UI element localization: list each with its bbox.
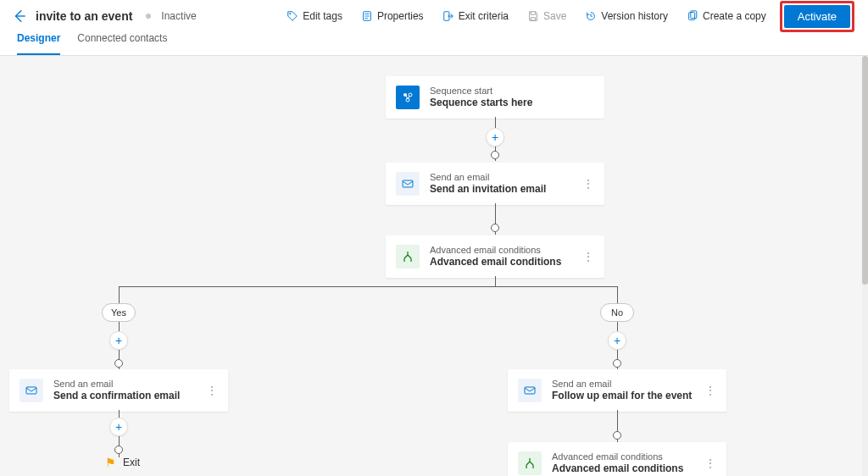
version-history-label: Version history xyxy=(601,10,668,22)
condition-icon xyxy=(518,451,542,475)
designer-canvas[interactable]: Sequence start Sequence starts here + Se… xyxy=(0,56,862,476)
exit-criteria-icon xyxy=(442,10,454,22)
node-send-confirmation[interactable]: Send an email Send a confirmation email … xyxy=(9,369,228,412)
node-more-button[interactable]: ⋮ xyxy=(582,177,594,191)
tag-icon xyxy=(287,10,298,22)
create-copy-button[interactable]: Create a copy xyxy=(682,7,771,25)
sequence-start-icon xyxy=(396,86,420,109)
node-sequence-start[interactable]: Sequence start Sequence starts here xyxy=(386,76,604,119)
activate-button[interactable]: Activate xyxy=(784,5,850,28)
node-emailyes-label: Send an email xyxy=(53,378,196,390)
tabs-bar: Designer Connected contacts xyxy=(0,32,868,56)
scrollbar-thumb[interactable] xyxy=(862,56,868,285)
tab-connected-contacts[interactable]: Connected contacts xyxy=(77,32,167,55)
exit-label: Exit xyxy=(123,457,140,468)
add-step-button[interactable]: + xyxy=(109,331,128,350)
email-icon xyxy=(19,379,43,402)
svg-rect-11 xyxy=(403,180,413,187)
connector-ring xyxy=(491,151,499,159)
node-emailno-title: Follow up email for the event xyxy=(552,390,694,403)
node-emailyes-title: Send a confirmation email xyxy=(53,390,196,403)
node-more-button[interactable]: ⋮ xyxy=(582,250,594,263)
save-button: Save xyxy=(522,7,571,25)
properties-label: Properties xyxy=(377,10,424,22)
header-bar: invite to an event Inactive Edit tags Pr… xyxy=(0,0,868,32)
node-advanced-conditions-2[interactable]: Advanced email conditions Advanced email… xyxy=(508,442,726,476)
add-step-button[interactable]: + xyxy=(608,331,626,350)
node-more-button[interactable]: ⋮ xyxy=(704,384,716,397)
node-condno-label: Advanced email conditions xyxy=(552,451,694,462)
node-more-button[interactable]: ⋮ xyxy=(206,384,218,397)
node-send-invitation[interactable]: Send an email Send an invitation email ⋮ xyxy=(386,163,604,205)
status-dot-icon xyxy=(146,14,151,19)
copy-icon xyxy=(687,10,698,22)
connector xyxy=(119,286,617,287)
save-label: Save xyxy=(543,10,566,22)
node-cond1-title: Advanced email conditions xyxy=(430,256,572,269)
tab-designer-label: Designer xyxy=(17,32,60,44)
exit-criteria-label: Exit criteria xyxy=(459,10,509,22)
svg-rect-13 xyxy=(525,387,535,394)
tab-designer[interactable]: Designer xyxy=(17,32,60,55)
node-more-button[interactable]: ⋮ xyxy=(704,457,716,470)
node-start-title: Sequence starts here xyxy=(430,97,594,110)
tab-connected-label: Connected contacts xyxy=(77,32,167,44)
email-icon xyxy=(396,172,420,196)
node-followup-email[interactable]: Send an email Follow up email for the ev… xyxy=(508,369,726,412)
svg-rect-12 xyxy=(26,387,36,394)
exit-criteria-button[interactable]: Exit criteria xyxy=(437,7,514,25)
properties-icon xyxy=(361,10,373,22)
history-icon xyxy=(585,10,597,22)
flag-icon: ⚑ xyxy=(105,456,116,469)
connector xyxy=(617,286,618,303)
add-step-button[interactable]: + xyxy=(109,418,128,436)
node-advanced-conditions[interactable]: Advanced email conditions Advanced email… xyxy=(386,235,604,278)
node-condno-title: Advanced email conditions xyxy=(552,462,694,476)
connector-ring xyxy=(613,359,621,368)
version-history-button[interactable]: Version history xyxy=(580,7,673,25)
node-exit[interactable]: ⚑ Exit xyxy=(105,456,140,469)
activate-label: Activate xyxy=(798,10,837,23)
condition-icon xyxy=(396,245,420,268)
edit-tags-label: Edit tags xyxy=(303,10,342,22)
back-button[interactable] xyxy=(12,8,27,24)
branch-yes-label: Yes xyxy=(102,303,136,322)
node-start-label: Sequence start xyxy=(430,85,594,97)
node-cond1-label: Advanced email conditions xyxy=(430,244,572,256)
properties-button[interactable]: Properties xyxy=(356,7,429,25)
activate-highlight: Activate xyxy=(780,1,854,32)
node-email1-title: Send an invitation email xyxy=(430,183,572,196)
connector-ring xyxy=(491,224,499,232)
scrollbar-track[interactable] xyxy=(862,56,868,476)
connector-ring xyxy=(114,446,123,454)
save-icon xyxy=(527,10,539,22)
email-icon xyxy=(518,379,542,402)
add-step-button[interactable]: + xyxy=(486,128,504,147)
edit-tags-button[interactable]: Edit tags xyxy=(281,7,348,25)
node-email1-label: Send an email xyxy=(430,171,572,183)
connector-ring xyxy=(613,431,621,440)
arrow-left-icon xyxy=(12,8,27,24)
branch-no-label: No xyxy=(600,303,634,322)
connector-ring xyxy=(114,359,123,368)
page-title: invite to an event xyxy=(36,9,132,23)
connector xyxy=(119,286,120,303)
node-emailno-label: Send an email xyxy=(552,378,694,390)
connector xyxy=(495,276,496,286)
create-copy-label: Create a copy xyxy=(703,10,766,22)
status-text: Inactive xyxy=(161,10,196,22)
